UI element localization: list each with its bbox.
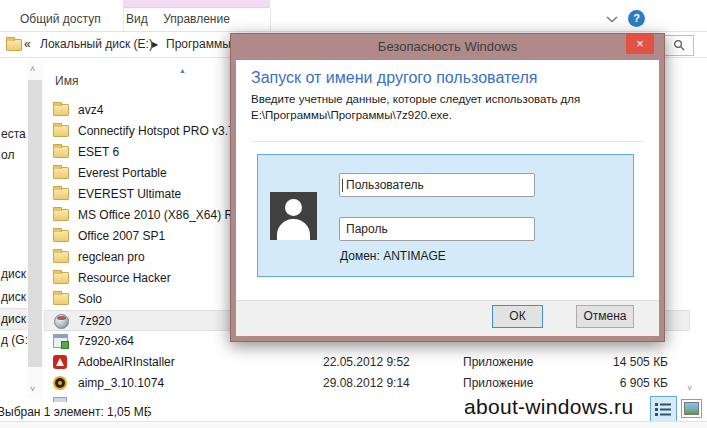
nav-item-fragment[interactable]: диск	[1, 309, 26, 330]
back-chevrons-icon[interactable]: «	[24, 32, 31, 57]
cancel-button[interactable]: Отмена	[576, 305, 634, 328]
folder-icon	[53, 188, 69, 200]
windows-security-dialog: Безопасность Windows × Запуск от имени д…	[230, 33, 665, 342]
file-date: 22.05.2012 9:52	[323, 352, 410, 373]
nav-scrollbar[interactable]: ˄ ˅	[27, 62, 43, 398]
file-name: 7z920-x64	[78, 331, 134, 352]
view-details-button[interactable]	[650, 396, 677, 422]
folder-icon	[53, 167, 69, 179]
help-icon[interactable]: ?	[628, 10, 645, 27]
adobe-air-icon	[53, 355, 67, 369]
file-size: 14 505 КБ	[568, 352, 668, 373]
folder-icon	[53, 104, 69, 116]
dialog-heading: Запуск от имени другого пользователя	[251, 69, 537, 87]
tab-manage[interactable]: Управление	[123, 8, 270, 31]
status-divider	[147, 405, 148, 419]
username-field[interactable]	[339, 173, 535, 197]
ribbon-tab-row: Общий доступ Вид Управление	[0, 8, 707, 32]
file-name: ESET 6	[78, 142, 119, 163]
dialog-footer: ОК Отмена	[236, 300, 659, 336]
scroll-down-icon[interactable]: ˅	[687, 383, 692, 393]
folder-icon	[53, 230, 69, 242]
file-name: EVEREST Ultimate	[78, 184, 181, 205]
file-name: 7z920	[79, 311, 112, 332]
ribbon-collapse-chevron-icon[interactable]	[606, 15, 618, 23]
domain-label: Домен: ANTIMAGE	[340, 249, 446, 263]
nav-item-fragment[interactable]: ол	[1, 145, 14, 166]
folder-icon	[53, 251, 69, 263]
scroll-up-icon[interactable]: ˄	[30, 64, 35, 74]
watermark-text: about-windows.ru	[464, 395, 633, 419]
file-name: aimp_3.10.1074	[78, 373, 164, 394]
window-bottom-strip	[0, 421, 707, 428]
folder-icon	[53, 293, 69, 305]
view-thumbnails-button[interactable]	[681, 399, 702, 418]
tab-group-separator	[270, 8, 271, 31]
file-name: regclean pro	[78, 247, 145, 268]
file-type: Приложение	[463, 352, 533, 373]
close-icon[interactable]: ×	[626, 34, 654, 54]
tab-share[interactable]: Общий доступ	[20, 8, 101, 31]
file-icon	[53, 397, 67, 402]
search-icon	[673, 39, 685, 51]
breadcrumb-folder[interactable]: Программы	[166, 32, 231, 57]
dialog-body: Запуск от имени другого пользователя Вве…	[236, 60, 659, 336]
file-name: Resource Hacker	[78, 268, 171, 289]
table-row[interactable]: AdobeAIRInstaller 22.05.2012 9:52 Прилож…	[44, 352, 690, 373]
dialog-title[interactable]: Безопасность Windows	[231, 34, 664, 60]
details-view-icon	[655, 402, 672, 416]
folder-icon	[53, 125, 69, 137]
search-input[interactable]	[664, 35, 694, 56]
divider	[251, 141, 644, 142]
file-type: Приложение	[463, 373, 533, 394]
file-name: Office 2007 SP1	[78, 226, 165, 247]
file-name: Everest Portable	[78, 163, 167, 184]
folder-icon	[53, 209, 69, 221]
file-name: Connectify Hotspot PRO v3.7	[78, 121, 235, 142]
file-date: 29.08.2012 9:14	[323, 373, 410, 394]
thumbnail-view-icon	[684, 402, 699, 415]
password-field[interactable]	[339, 217, 535, 241]
file-name: AdobeAIRInstaller	[78, 352, 175, 373]
user-avatar	[270, 192, 317, 240]
folder-icon	[6, 39, 22, 51]
dialog-instruction-line1: Введите учетные данные, которые следует …	[251, 93, 580, 105]
folder-icon	[53, 146, 69, 158]
file-name: Solo	[78, 289, 102, 310]
breadcrumb-drive[interactable]: Локальный диск (E:)	[40, 32, 153, 57]
file-name: avz4	[78, 100, 103, 121]
scroll-down-icon[interactable]: ˅	[30, 384, 35, 394]
breadcrumb-arrow-icon[interactable]: ▶	[152, 32, 158, 57]
file-name: MS Office 2010 (X86_X64) RU	[78, 205, 242, 226]
aimp-icon	[53, 376, 67, 390]
dialog-instruction-line2: E:\Программы\Программы\7z920.exe.	[251, 109, 452, 121]
folder-icon	[53, 272, 69, 284]
nav-item-fragment[interactable]: диск	[1, 264, 26, 285]
context-tab-highlight	[123, 0, 270, 8]
nav-item-fragment[interactable]: диск	[1, 287, 26, 308]
nav-item-fragment[interactable]: еста	[1, 124, 26, 145]
installer-icon	[53, 334, 68, 348]
scrollbar-thumb[interactable]	[28, 80, 42, 367]
file-size: 6 905 КБ	[568, 373, 668, 394]
nav-item-fragment[interactable]: д (G:	[1, 330, 28, 351]
text-caret	[342, 179, 343, 192]
table-row[interactable]: aimp_3.10.1074 29.08.2012 9:14 Приложени…	[44, 373, 690, 394]
app-globe-icon	[54, 314, 69, 329]
status-selection-text: Выбран 1 элемент: 1,05 МБ	[0, 403, 152, 421]
ok-button[interactable]: ОК	[492, 305, 543, 328]
